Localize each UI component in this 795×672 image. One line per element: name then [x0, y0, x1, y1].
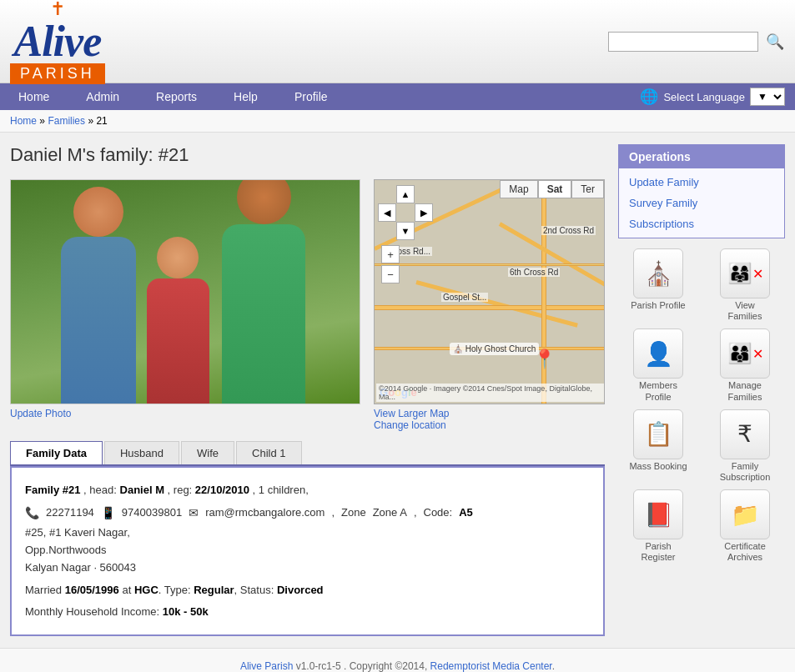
breadcrumb: Home » Families » 21	[0, 110, 795, 133]
change-location-link[interactable]: Change location	[374, 419, 605, 431]
map-zoom-in[interactable]: +	[381, 245, 400, 263]
update-photo-link[interactable]: Update Photo	[10, 408, 360, 419]
globe-icon: 🌐	[640, 88, 658, 106]
footer-app-link[interactable]: Alive Parish	[240, 660, 293, 672]
icon-parish-register[interactable]: 📕 ParishRegister	[618, 489, 698, 563]
certificate-archives-icon-box: 📁	[720, 489, 770, 539]
map-tab-map[interactable]: Map	[500, 180, 537, 198]
mass-booking-label: Mass Booking	[629, 461, 687, 472]
icon-parish-profile[interactable]: ⛪ Parish Profile	[618, 248, 698, 322]
tab-family-data[interactable]: Family Data	[10, 441, 103, 464]
icon-grid: ⛪ Parish Profile 👨‍👩‍👧✕ ViewFamilies 👤 M…	[618, 248, 785, 564]
header-right: 🔍	[608, 32, 785, 52]
zone-value: Zone A	[373, 502, 407, 524]
mobile-icon: 📱	[101, 501, 115, 524]
head-label: head:	[89, 484, 117, 496]
nav-admin[interactable]: Admin	[68, 83, 138, 110]
status-row: Married 16/05/1996 at HGC. Type: Regular…	[25, 579, 590, 601]
map-tab-sat[interactable]: Sat	[538, 180, 572, 198]
tab-husband[interactable]: Husband	[104, 441, 179, 464]
map-marker: 📍	[533, 349, 556, 370]
map-arrow-left[interactable]: ◀	[378, 203, 396, 222]
nav: Home Admin Reports Help Profile 🌐 Select…	[0, 83, 795, 110]
family-label: Family #21	[25, 484, 81, 496]
family-photo	[10, 179, 360, 404]
mass-booking-icon-box: 📋	[633, 409, 683, 459]
ops-update-family[interactable]: Update Family	[619, 172, 784, 193]
tabs: Family Data Husband Wife Child 1	[10, 441, 605, 466]
footer-developer-link[interactable]: Redemptorist Media Center	[430, 660, 552, 672]
email-address: ram@rmcbangalore.com	[205, 502, 325, 524]
family-subscription-label: FamilySubscription	[720, 461, 771, 483]
nav-home[interactable]: Home	[0, 83, 68, 110]
children-count: 1	[259, 484, 264, 496]
nav-reports[interactable]: Reports	[138, 83, 215, 110]
logo-sub: PARISH	[10, 63, 105, 84]
map-arrow-down[interactable]: ▼	[396, 222, 415, 240]
family-info: Family #21 , head: Daniel M , reg: 22/10…	[25, 479, 590, 623]
map-place-church: ⛪ Holy Ghost Church	[450, 343, 539, 355]
icon-certificate-archives[interactable]: 📁 CertificateArchives	[705, 489, 785, 563]
map-zoom-out[interactable]: −	[381, 265, 400, 283]
breadcrumb-families[interactable]: Families	[48, 115, 85, 127]
head-name: Daniel M	[120, 484, 164, 496]
mobile-number: 9740039801	[122, 502, 182, 524]
map-arrow-up[interactable]: ▲	[396, 185, 415, 203]
church-name: HGC	[134, 584, 158, 596]
logo-text: Alive	[13, 20, 101, 63]
map-label-cross-rd: 2nd Cross Rd	[541, 226, 596, 235]
main: Daniel M's family: #21	[0, 133, 795, 648]
family-subscription-icon-box: ₹	[720, 409, 770, 459]
code-label: Code:	[424, 502, 453, 524]
family-photo-container: Update Photo	[10, 179, 360, 431]
manage-families-icon-box: 👨‍👩‍👦✕	[720, 328, 770, 379]
nav-help[interactable]: Help	[215, 83, 276, 110]
map-arrows: ▲ ◀ ▶ ▼	[378, 185, 433, 240]
footer-version: v1.0-rc1-5	[296, 660, 341, 672]
icon-mass-booking[interactable]: 📋 Mass Booking	[618, 409, 698, 483]
income-row: Monthly Household Income: 10k - 50k	[25, 601, 590, 623]
language-select[interactable]: ▼	[750, 88, 785, 106]
members-profile-label: MembersProfile	[639, 380, 677, 402]
nav-left: Home Admin Reports Help Profile	[0, 83, 346, 110]
children-label: children,	[268, 484, 309, 496]
map-tab-ter[interactable]: Ter	[571, 180, 604, 198]
icon-view-families[interactable]: 👨‍👩‍👧✕ ViewFamilies	[705, 248, 785, 322]
view-families-label: ViewFamilies	[728, 300, 762, 322]
tab-wife[interactable]: Wife	[181, 441, 234, 464]
logo-container: ✝ Alive PARISH	[10, 0, 105, 84]
icon-members-profile[interactable]: 👤 MembersProfile	[618, 328, 698, 402]
search-input[interactable]	[608, 32, 758, 52]
map-arrow-right[interactable]: ▶	[415, 203, 433, 222]
parish-register-label: ParishRegister	[642, 541, 676, 563]
tabs-container: Family Data Husband Wife Child 1 Family …	[10, 441, 605, 636]
reg-date: 22/10/2010	[195, 484, 249, 496]
nav-profile[interactable]: Profile	[276, 83, 346, 110]
email-icon: ✉	[189, 501, 199, 524]
income-label: Monthly Household Income:	[25, 605, 159, 618]
ops-subscriptions[interactable]: Subscriptions	[619, 213, 784, 234]
tab-child1[interactable]: Child 1	[236, 441, 301, 464]
sidebar: Operations Update Family Survey Family S…	[618, 144, 785, 636]
members-profile-icon-box: 👤	[633, 328, 683, 379]
footer-copyright: Copyright ©2014,	[350, 660, 428, 672]
breadcrumb-sep1: »	[39, 115, 48, 127]
view-families-icon-box: 👨‍👩‍👧✕	[720, 248, 770, 298]
content: Daniel M's family: #21	[10, 144, 618, 636]
select-language-label: Select Language	[663, 91, 745, 103]
view-larger-map-link[interactable]: View Larger Map	[374, 408, 605, 419]
search-button[interactable]: 🔍	[765, 32, 785, 52]
phone-icon: 📞	[25, 501, 39, 524]
married-date: 16/05/1996	[65, 584, 119, 596]
ops-survey-family[interactable]: Survey Family	[619, 193, 784, 213]
code-value: A5	[459, 502, 473, 524]
family-summary-line: Family #21 , head: Daniel M , reg: 22/10…	[25, 479, 590, 501]
nav-right: 🌐 Select Language ▼	[640, 88, 795, 106]
breadcrumb-sep2: »	[88, 115, 96, 127]
icon-family-subscription[interactable]: ₹ FamilySubscription	[705, 409, 785, 483]
parish-profile-label: Parish Profile	[631, 300, 685, 311]
breadcrumb-home[interactable]: Home	[10, 115, 37, 127]
map-toolbar: Map Sat Ter	[500, 180, 604, 198]
media-row: Update Photo 2nd Cross Rd	[10, 179, 605, 431]
icon-manage-families[interactable]: 👨‍👩‍👦✕ ManageFamilies	[705, 328, 785, 402]
